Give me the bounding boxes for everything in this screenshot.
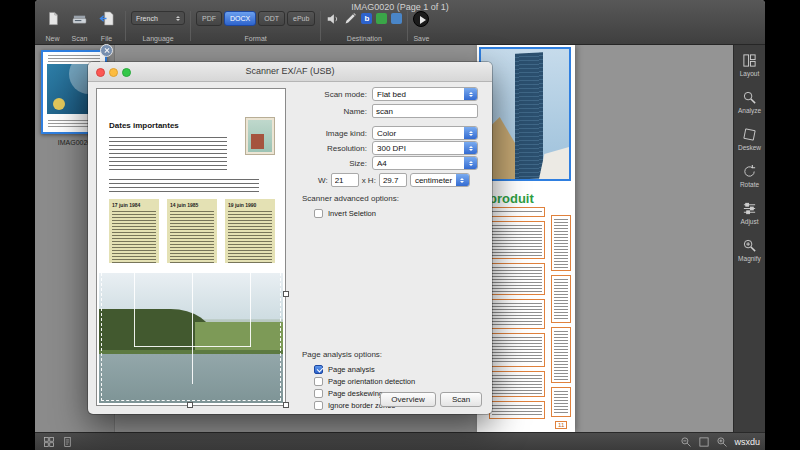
import-file-icon <box>99 11 114 26</box>
crop-handle-corner[interactable] <box>283 402 289 408</box>
ocr-text-block[interactable] <box>489 207 545 217</box>
timeline-line <box>134 265 135 347</box>
scan-preview[interactable]: Dates importantes 17 juin 1984 14 juin 1… <box>96 88 286 406</box>
scan-mode-label: Scan mode: <box>293 90 372 99</box>
save-group: Save <box>413 11 429 42</box>
resolution-select[interactable]: 300 DPI <box>372 141 478 155</box>
ocr-text-block[interactable] <box>551 275 571 323</box>
scan-mode-value: Flat bed <box>377 90 406 99</box>
image-kind-select[interactable]: Color <box>372 126 478 140</box>
rotate-icon <box>742 164 757 179</box>
tool-magnify[interactable]: Magnify <box>738 238 761 262</box>
scan-mode-select[interactable]: Flat bed <box>372 87 478 101</box>
desktop: IMAG0020 (Page 1 of 1) New Scan File <box>0 0 800 450</box>
crop-handle-bottom[interactable] <box>187 402 193 408</box>
timeline-line <box>192 265 193 347</box>
dialog-title: Scanner EX/AF (USB) <box>88 66 492 76</box>
thumbnail-view-icon[interactable] <box>43 436 55 448</box>
tool-adjust[interactable]: Adjust <box>740 201 758 225</box>
tool-rotate[interactable]: Rotate <box>740 164 759 188</box>
tool-label: Magnify <box>738 255 761 262</box>
crop-handle-right[interactable] <box>283 291 289 297</box>
language-group-label: Language <box>142 35 173 42</box>
date-text: 14 juin 1985 <box>170 202 214 208</box>
pen-icon[interactable] <box>344 12 357 25</box>
chevron-updown-icon <box>176 14 180 23</box>
image-kind-label: Image kind: <box>293 129 372 138</box>
zoom-out-icon[interactable] <box>680 436 692 448</box>
height-input[interactable] <box>379 173 407 187</box>
date-box: 19 juin 1990 <box>225 199 275 263</box>
new-button[interactable]: New <box>39 11 66 42</box>
dropbox-app-icon[interactable] <box>391 13 402 24</box>
status-bar: wsxdu <box>35 432 765 450</box>
ocr-text-block[interactable] <box>551 327 571 383</box>
fit-page-icon[interactable] <box>698 436 710 448</box>
orientation-detection-label: Page orientation detection <box>328 377 415 386</box>
tool-label: Analyze <box>738 107 761 114</box>
status-note: wsxdu <box>734 437 760 447</box>
save-play-icon[interactable] <box>413 11 429 27</box>
format-pdf-button[interactable]: PDF <box>196 11 222 26</box>
tool-label: Adjust <box>740 218 758 225</box>
ocr-text-block[interactable] <box>489 371 545 397</box>
orientation-detection-checkbox[interactable] <box>314 377 323 386</box>
scanner-icon <box>72 11 87 26</box>
new-document-icon <box>46 11 60 26</box>
chevron-updown-icon <box>464 87 477 101</box>
tool-deskew[interactable]: Deskew <box>738 127 761 151</box>
ocr-text-block[interactable] <box>551 387 571 417</box>
zoom-in-icon[interactable] <box>716 436 728 448</box>
timeline-line <box>192 346 193 384</box>
right-letterbox <box>765 0 800 450</box>
page-deskewing-checkbox[interactable] <box>314 389 323 398</box>
green-app-icon[interactable] <box>376 13 387 24</box>
invert-selection-checkbox[interactable] <box>314 209 323 218</box>
scan-button[interactable]: Scan <box>440 392 482 407</box>
ocr-text-block[interactable] <box>551 215 571 271</box>
overview-button[interactable]: Overview <box>380 392 436 407</box>
format-docx-button[interactable]: DOCX <box>224 11 256 26</box>
width-input[interactable] <box>331 173 359 187</box>
image-kind-value: Color <box>377 129 396 138</box>
ocr-text-block[interactable] <box>489 401 545 419</box>
chevron-updown-icon <box>456 173 469 187</box>
tool-analyze[interactable]: Analyze <box>738 90 761 114</box>
close-page-icon[interactable] <box>100 44 113 57</box>
ocr-text-block[interactable] <box>489 333 545 367</box>
page-view-icon[interactable] <box>62 436 73 448</box>
page-analysis-checkbox[interactable] <box>314 365 323 374</box>
size-value: A4 <box>377 159 387 168</box>
advanced-options-heading: Scanner advanced options: <box>302 194 399 203</box>
height-label: x H: <box>362 176 376 185</box>
chevron-updown-icon <box>464 141 477 155</box>
ignore-border-zones-checkbox[interactable] <box>314 401 323 410</box>
date-box-lines <box>112 211 156 263</box>
preview-heading: Dates importantes <box>109 121 179 130</box>
analyze-icon <box>742 90 757 105</box>
destination-group-label: Destination <box>347 35 382 42</box>
speaker-icon[interactable] <box>326 12 340 26</box>
format-epub-button[interactable]: ePub <box>287 11 315 26</box>
document-title-text: produit <box>489 191 534 206</box>
ocr-text-block[interactable] <box>489 221 545 259</box>
ocr-text-block[interactable] <box>489 299 545 329</box>
dialog-titlebar[interactable]: Scanner EX/AF (USB) <box>88 62 492 82</box>
preview-paragraph <box>109 137 227 173</box>
scan-button-toolbar[interactable]: Scan <box>66 11 93 42</box>
building-photo[interactable] <box>479 47 571 181</box>
ocr-text-block[interactable] <box>489 263 545 295</box>
name-input[interactable] <box>372 104 478 118</box>
language-group: French Language <box>131 11 185 42</box>
b-app-icon[interactable]: b <box>361 13 372 24</box>
file-button[interactable]: File <box>93 11 120 42</box>
format-odt-button[interactable]: ODT <box>258 11 285 26</box>
size-select[interactable]: A4 <box>372 156 478 170</box>
tool-label: Deskew <box>738 144 761 151</box>
toolbar-separator <box>125 11 126 41</box>
water-shape <box>99 354 283 403</box>
language-select[interactable]: French <box>131 11 185 25</box>
toolbar-separator <box>407 11 408 41</box>
unit-select[interactable]: centimeter <box>410 173 470 187</box>
tool-layout[interactable]: Layout <box>740 53 760 77</box>
